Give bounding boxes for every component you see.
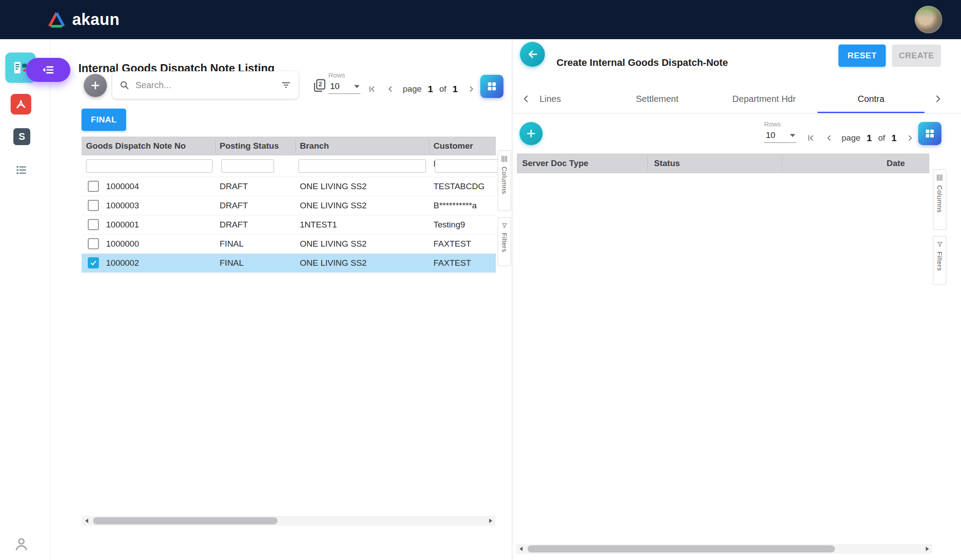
filter-customer-input[interactable] <box>435 159 500 173</box>
row-checkbox[interactable] <box>88 181 99 192</box>
sidebar-item-ledger-app[interactable]: S <box>13 128 30 145</box>
create-button[interactable]: CREATE <box>892 45 941 67</box>
tab-contra[interactable]: Contra <box>818 85 924 113</box>
page-word: page <box>842 133 860 143</box>
sidebar-item-list-app[interactable] <box>12 163 30 177</box>
filter-note-no-input[interactable] <box>86 159 213 173</box>
rows-per-page-select[interactable]: 10 <box>328 81 360 94</box>
col-header-status: Posting Status <box>220 137 279 155</box>
add-record-button[interactable] <box>84 74 107 97</box>
top-bar: akaun <box>0 0 961 39</box>
sidebar-item-pdf-app[interactable] <box>11 94 31 114</box>
list-icon <box>14 164 29 176</box>
listing-panel: Internal Goods Dispatch Note Listing 2 R… <box>76 39 511 560</box>
prev-page-button[interactable] <box>823 131 836 145</box>
table-header: Server Doc Type Status Date <box>517 154 929 173</box>
scroll-left-button[interactable] <box>516 544 526 554</box>
rows-per-page: Rows 10 <box>764 120 796 143</box>
first-page-button[interactable] <box>804 131 818 145</box>
reset-button[interactable]: RESET <box>838 45 886 67</box>
first-page-icon <box>367 84 377 94</box>
cell-branch: ONE LIVING SS2 <box>300 254 367 272</box>
filter-branch-input[interactable] <box>299 159 426 173</box>
cell-status: DRAFT <box>220 196 248 215</box>
scrollbar-thumb[interactable] <box>528 545 835 552</box>
horizontal-scrollbar <box>516 544 932 554</box>
user-avatar[interactable] <box>915 6 942 33</box>
sidebar-account-button[interactable] <box>12 535 30 553</box>
row-checkbox[interactable] <box>88 200 99 211</box>
check-icon <box>90 259 97 267</box>
table-row[interactable]: 1000003 DRAFT ONE LIVING SS2 B**********… <box>82 196 496 215</box>
rows-label: Rows <box>328 71 360 79</box>
cell-note-no: 1000001 <box>106 215 139 234</box>
table-row[interactable]: 1000001 DRAFT 1NTEST1 Testing9 <box>82 215 496 235</box>
search-box <box>112 71 299 99</box>
tab-department-hdr[interactable]: Department Hdr <box>711 85 818 113</box>
triangle-right-icon <box>489 519 492 523</box>
table-row[interactable]: 1000002 FINAL ONE LIVING SS2 FAXTEST <box>82 254 496 273</box>
back-button[interactable] <box>520 42 545 67</box>
cell-status: FINAL <box>220 235 244 253</box>
scroll-right-button[interactable] <box>486 516 495 526</box>
table-row[interactable]: 1000000 FINAL ONE LIVING SS2 FAXTEST <box>82 235 496 254</box>
row-checkbox[interactable] <box>88 238 99 249</box>
prev-page-button[interactable] <box>384 82 397 96</box>
search-input[interactable] <box>135 80 275 91</box>
scroll-right-button[interactable] <box>922 544 932 554</box>
add-contra-line-button[interactable] <box>519 122 543 145</box>
table-side-tabs: Columns Filters <box>933 169 946 285</box>
scroll-left-button[interactable] <box>82 516 91 526</box>
create-page-title: Create Internal Goods Dispatch-Note <box>556 47 728 78</box>
cell-note-no: 1000000 <box>106 235 139 253</box>
brand-name: akaun <box>72 10 120 29</box>
filter-lines-icon[interactable] <box>281 80 291 90</box>
page-total: 1 <box>891 133 897 143</box>
cell-customer: FAXTEST <box>433 254 471 272</box>
row-checkbox[interactable] <box>88 257 99 268</box>
tabs-scroll-left-button[interactable] <box>520 93 532 105</box>
columns-tab-label: Columns <box>936 185 944 213</box>
column-grip-icon <box>501 155 507 162</box>
filters-side-tab[interactable]: Filters <box>498 217 511 266</box>
next-page-button[interactable] <box>464 82 478 96</box>
menu-open-icon <box>41 63 55 77</box>
contra-table: Server Doc Type Status Date <box>517 154 929 307</box>
tabs-scroll-right-button[interactable] <box>932 93 944 105</box>
funnel-icon <box>501 222 508 229</box>
filter-status-input[interactable] <box>221 159 274 173</box>
arrow-back-icon <box>526 48 539 61</box>
cell-customer: TESTABCDG <box>433 177 485 196</box>
first-page-icon <box>806 133 816 143</box>
first-page-button[interactable] <box>365 82 379 96</box>
final-filter-button[interactable]: FINAL <box>82 109 126 131</box>
chevron-down-icon <box>790 134 795 137</box>
view-switcher-button[interactable] <box>918 122 941 145</box>
column-grip-icon <box>936 174 943 181</box>
column-divider <box>295 139 296 153</box>
row-checkbox[interactable] <box>88 219 99 230</box>
panel-divider <box>512 39 512 560</box>
grid-apps-icon <box>924 128 935 139</box>
table-row[interactable]: 1000004 DRAFT ONE LIVING SS2 TESTABCDG <box>82 177 496 196</box>
view-switcher-button[interactable] <box>480 75 503 98</box>
chevron-right-icon <box>905 133 915 143</box>
duplicate-view-button[interactable]: 2 <box>311 77 328 94</box>
ledger-icon: S <box>19 131 25 142</box>
col-header-status: Status <box>654 154 680 172</box>
rows-per-page-select[interactable]: 10 <box>764 130 796 143</box>
copy-pages-badge: 2 <box>319 81 322 88</box>
next-page-button[interactable] <box>903 131 916 145</box>
scrollbar-thumb[interactable] <box>93 517 278 524</box>
cell-branch: ONE LIVING SS2 <box>300 177 367 196</box>
columns-side-tab[interactable]: Columns <box>933 169 946 230</box>
filters-side-tab[interactable]: Filters <box>933 236 946 285</box>
menu-expand-button[interactable] <box>26 58 70 82</box>
form-tab-bar: Lines Settlement Department Hdr Contra <box>514 85 961 114</box>
filters-tab-label: Filters <box>501 233 508 252</box>
tab-settlement[interactable]: Settlement <box>604 85 711 113</box>
create-panel: Create Internal Goods Dispatch-Note RESE… <box>514 39 961 560</box>
plus-icon <box>525 128 537 139</box>
cell-status: DRAFT <box>220 177 248 196</box>
columns-side-tab[interactable]: Columns <box>498 150 511 211</box>
